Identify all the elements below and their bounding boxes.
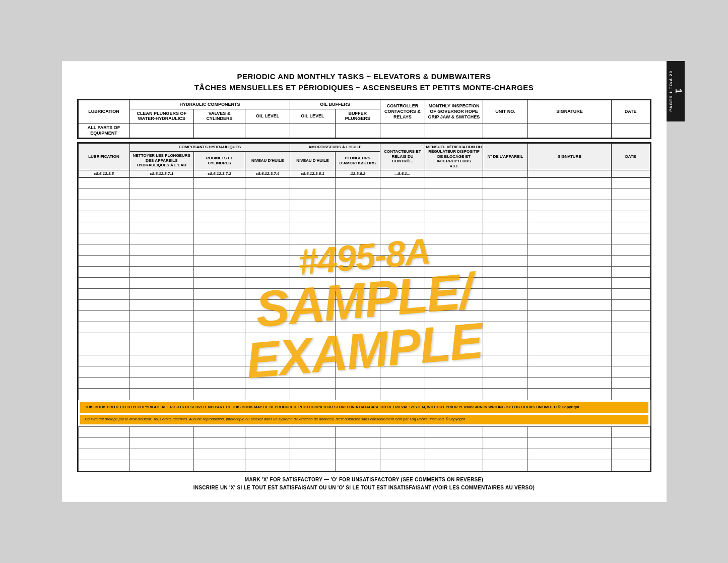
table-cell[interactable] — [194, 278, 245, 289]
table-cell[interactable] — [528, 449, 612, 460]
table-cell[interactable] — [78, 460, 129, 471]
table-row[interactable] — [78, 189, 650, 200]
table-cell[interactable] — [611, 311, 650, 322]
table-cell[interactable] — [380, 244, 425, 256]
table-cell[interactable] — [425, 437, 483, 449]
table-cell[interactable] — [290, 222, 335, 233]
table-cell[interactable] — [290, 267, 335, 278]
table-cell[interactable] — [245, 378, 290, 389]
table-cell[interactable] — [78, 344, 129, 355]
table-cell[interactable] — [78, 256, 129, 267]
table-cell[interactable] — [528, 267, 612, 278]
table-cell[interactable] — [290, 460, 335, 471]
table-cell[interactable] — [290, 278, 335, 289]
table-row[interactable] — [78, 389, 650, 400]
table-cell[interactable] — [194, 178, 245, 189]
table-cell[interactable] — [129, 366, 194, 378]
table-cell[interactable] — [335, 256, 380, 267]
table-cell[interactable] — [611, 460, 650, 471]
table-cell[interactable] — [129, 355, 194, 366]
table-cell[interactable] — [380, 322, 425, 333]
table-cell[interactable] — [290, 189, 335, 200]
table-cell[interactable] — [78, 437, 129, 449]
table-cell[interactable] — [425, 426, 483, 437]
table-cell[interactable] — [611, 267, 650, 278]
table-cell[interactable] — [78, 200, 129, 211]
table-cell[interactable] — [245, 449, 290, 460]
table-cell[interactable] — [611, 278, 650, 289]
table-cell[interactable] — [194, 355, 245, 366]
table-cell[interactable] — [425, 289, 483, 300]
table-cell[interactable] — [528, 460, 612, 471]
table-cell[interactable] — [129, 267, 194, 278]
table-cell[interactable] — [78, 189, 129, 200]
table-cell[interactable] — [245, 344, 290, 355]
table-cell[interactable] — [194, 200, 245, 211]
table-row[interactable] — [78, 200, 650, 211]
table-cell[interactable] — [380, 200, 425, 211]
table-row[interactable] — [78, 244, 650, 256]
table-cell[interactable] — [483, 426, 527, 437]
table-cell[interactable] — [380, 426, 425, 437]
table-cell[interactable] — [335, 322, 380, 333]
table-cell[interactable] — [335, 311, 380, 322]
table-cell[interactable] — [611, 355, 650, 366]
table-cell[interactable] — [290, 200, 335, 211]
table-cell[interactable] — [611, 426, 650, 437]
table-cell[interactable] — [380, 449, 425, 460]
table-cell[interactable] — [380, 233, 425, 244]
table-cell[interactable] — [528, 333, 612, 344]
table-cell[interactable] — [78, 233, 129, 244]
table-cell[interactable] — [129, 211, 194, 222]
table-cell[interactable] — [425, 244, 483, 256]
table-cell[interactable] — [425, 344, 483, 355]
table-cell[interactable] — [245, 244, 290, 256]
table-cell[interactable] — [425, 366, 483, 378]
table-cell[interactable] — [290, 389, 335, 400]
table-cell[interactable] — [528, 222, 612, 233]
table-cell[interactable] — [335, 333, 380, 344]
table-cell[interactable] — [611, 222, 650, 233]
table-cell[interactable] — [129, 344, 194, 355]
table-cell[interactable] — [129, 322, 194, 333]
table-cell[interactable] — [129, 289, 194, 300]
table-cell[interactable] — [483, 449, 527, 460]
table-cell[interactable] — [483, 178, 527, 189]
table-cell[interactable] — [483, 211, 527, 222]
table-cell[interactable] — [290, 256, 335, 267]
table-row[interactable] — [78, 233, 650, 244]
table-cell[interactable] — [78, 333, 129, 344]
table-cell[interactable] — [245, 437, 290, 449]
table-cell[interactable] — [483, 289, 527, 300]
table-cell[interactable] — [483, 189, 527, 200]
table-cell[interactable] — [194, 189, 245, 200]
table-cell[interactable] — [611, 378, 650, 389]
table-cell[interactable] — [78, 426, 129, 437]
table-cell[interactable] — [483, 366, 527, 378]
table-cell[interactable] — [194, 378, 245, 389]
table-cell[interactable] — [611, 178, 650, 189]
table-cell[interactable] — [611, 437, 650, 449]
table-cell[interactable] — [245, 355, 290, 366]
table-cell[interactable] — [78, 322, 129, 333]
table-cell[interactable] — [129, 460, 194, 471]
table-cell[interactable] — [528, 244, 612, 256]
table-cell[interactable] — [245, 211, 290, 222]
table-cell[interactable] — [483, 233, 527, 244]
table-cell[interactable] — [245, 366, 290, 378]
table-cell[interactable] — [129, 233, 194, 244]
table-cell[interactable] — [611, 244, 650, 256]
table-cell[interactable] — [425, 460, 483, 471]
table-cell[interactable] — [380, 460, 425, 471]
table-cell[interactable] — [425, 322, 483, 333]
table-row[interactable] — [78, 278, 650, 289]
table-row[interactable] — [78, 267, 650, 278]
table-row[interactable] — [78, 300, 650, 311]
table-cell[interactable] — [194, 289, 245, 300]
table-cell[interactable] — [129, 426, 194, 437]
table-cell[interactable] — [335, 222, 380, 233]
table-cell[interactable] — [78, 300, 129, 311]
table-cell[interactable] — [425, 267, 483, 278]
table-cell[interactable] — [611, 449, 650, 460]
table-row[interactable] — [78, 378, 650, 389]
